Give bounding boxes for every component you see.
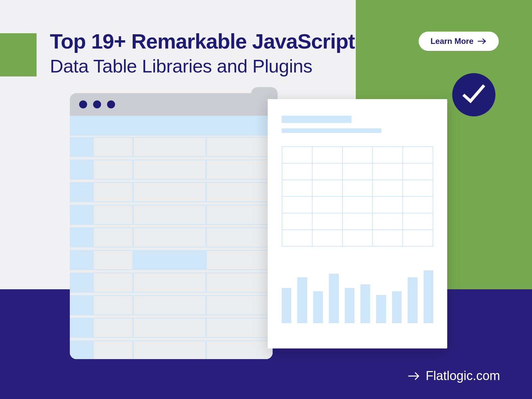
bar [282,288,291,323]
learn-more-button[interactable]: Learn More [419,32,499,51]
decor-green-left [0,33,37,76]
traffic-light-dot-icon [107,100,115,108]
arrow-right-icon [408,371,420,381]
browser-titlebar [70,93,273,116]
doc-table-illustration [282,146,433,247]
spreadsheet-illustration [70,116,273,359]
bar [408,277,417,323]
bar [297,277,307,323]
check-icon [461,83,487,106]
document-tab-illustration [251,87,278,100]
checkmark-badge [452,73,495,116]
traffic-light-dot-icon [93,100,101,108]
doc-heading-placeholder [282,116,351,123]
bar-chart-illustration [282,267,433,323]
page-subtitle: Data Table Libraries and Plugins [50,55,312,77]
document-sheet-illustration [268,99,447,348]
browser-window-illustration [70,93,273,359]
doc-subheading-placeholder [282,128,381,133]
page-title: Top 19+ Remarkable JavaScript [50,29,355,53]
bar [392,291,402,323]
arrow-right-icon [477,38,487,45]
traffic-light-dot-icon [79,100,87,108]
bar [424,270,433,323]
bar [345,288,354,323]
brand-link[interactable]: Flatlogic.com [408,369,500,383]
bar [329,274,338,323]
bar [313,291,323,323]
learn-more-label: Learn More [431,37,473,46]
bar [360,284,370,323]
bar [376,295,386,323]
brand-label: Flatlogic.com [426,369,500,383]
